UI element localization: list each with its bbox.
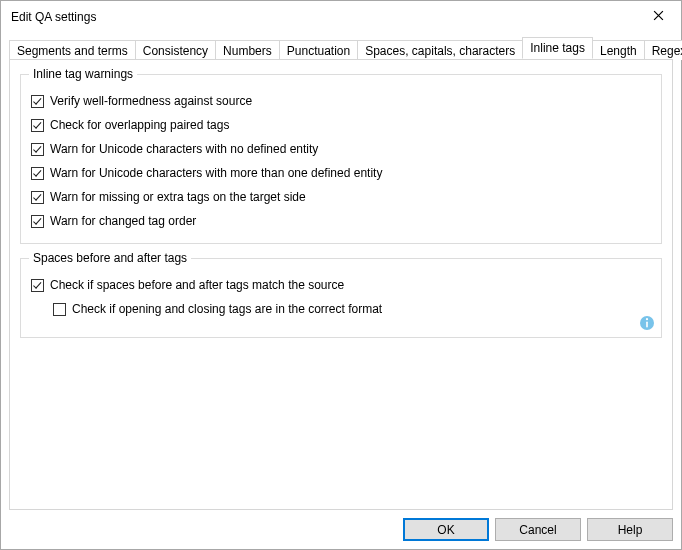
group-spaces-before-after: Spaces before and after tags Check if sp… [20, 258, 662, 338]
check-overlapping-paired-tags[interactable]: Check for overlapping paired tags [31, 113, 651, 137]
check-verify-wellformedness[interactable]: Verify well-formedness against source [31, 89, 651, 113]
check-unicode-no-entity[interactable]: Warn for Unicode characters with no defi… [31, 137, 651, 161]
titlebar: Edit QA settings [1, 1, 681, 33]
tab-label: Inline tags [530, 41, 585, 55]
checkbox-icon [31, 95, 44, 108]
check-label: Check if opening and closing tags are in… [72, 302, 382, 316]
tabpanel-inline-tags: Inline tag warnings Verify well-formedne… [9, 59, 673, 510]
tab-label: Spaces, capitals, characters [365, 44, 515, 58]
client-area: Segments and terms Consistency Numbers P… [1, 33, 681, 549]
checkbox-icon [31, 215, 44, 228]
check-label: Warn for missing or extra tags on the ta… [50, 190, 306, 204]
tab-consistency[interactable]: Consistency [135, 40, 216, 60]
buttonbar: OK Cancel Help [9, 510, 673, 541]
tab-numbers[interactable]: Numbers [215, 40, 280, 60]
tab-punctuation[interactable]: Punctuation [279, 40, 358, 60]
button-label: Cancel [519, 523, 556, 537]
checkbox-icon [31, 143, 44, 156]
check-missing-extra-tags[interactable]: Warn for missing or extra tags on the ta… [31, 185, 651, 209]
tab-label: Segments and terms [17, 44, 128, 58]
svg-point-2 [646, 318, 648, 320]
checkbox-icon [31, 279, 44, 292]
check-label: Warn for Unicode characters with more th… [50, 166, 382, 180]
tab-label: Length [600, 44, 637, 58]
check-unicode-multiple-entity[interactable]: Warn for Unicode characters with more th… [31, 161, 651, 185]
tab-segments-and-terms[interactable]: Segments and terms [9, 40, 136, 60]
svg-rect-1 [646, 322, 648, 328]
window-title: Edit QA settings [11, 10, 635, 24]
info-icon[interactable] [639, 315, 655, 331]
check-label: Check if spaces before and after tags ma… [50, 278, 344, 292]
check-opening-closing-format[interactable]: Check if opening and closing tags are in… [31, 297, 651, 321]
check-label: Verify well-formedness against source [50, 94, 252, 108]
tab-label: Consistency [143, 44, 208, 58]
tab-label: Punctuation [287, 44, 350, 58]
button-label: Help [618, 523, 643, 537]
group-inline-tag-warnings: Inline tag warnings Verify well-formedne… [20, 74, 662, 244]
button-label: OK [437, 523, 454, 537]
checkbox-icon [31, 191, 44, 204]
check-spaces-match-source[interactable]: Check if spaces before and after tags ma… [31, 273, 651, 297]
checkbox-icon [31, 119, 44, 132]
check-changed-tag-order[interactable]: Warn for changed tag order [31, 209, 651, 233]
group-legend: Inline tag warnings [29, 67, 137, 81]
close-button[interactable] [635, 1, 681, 33]
group-legend: Spaces before and after tags [29, 251, 191, 265]
close-icon [653, 10, 664, 24]
check-label: Warn for Unicode characters with no defi… [50, 142, 318, 156]
help-button[interactable]: Help [587, 518, 673, 541]
check-label: Check for overlapping paired tags [50, 118, 229, 132]
tab-regex[interactable]: Regex [644, 40, 682, 60]
qa-settings-window: Edit QA settings Segments and terms Cons… [0, 0, 682, 550]
tab-label: Regex [652, 44, 682, 58]
checkbox-icon [31, 167, 44, 180]
checkbox-icon [53, 303, 66, 316]
ok-button[interactable]: OK [403, 518, 489, 541]
tab-inline-tags[interactable]: Inline tags [522, 37, 593, 59]
tabstrip: Segments and terms Consistency Numbers P… [9, 36, 673, 59]
cancel-button[interactable]: Cancel [495, 518, 581, 541]
tab-length[interactable]: Length [592, 40, 645, 60]
tab-spaces-capitals-characters[interactable]: Spaces, capitals, characters [357, 40, 523, 60]
tab-label: Numbers [223, 44, 272, 58]
check-label: Warn for changed tag order [50, 214, 196, 228]
